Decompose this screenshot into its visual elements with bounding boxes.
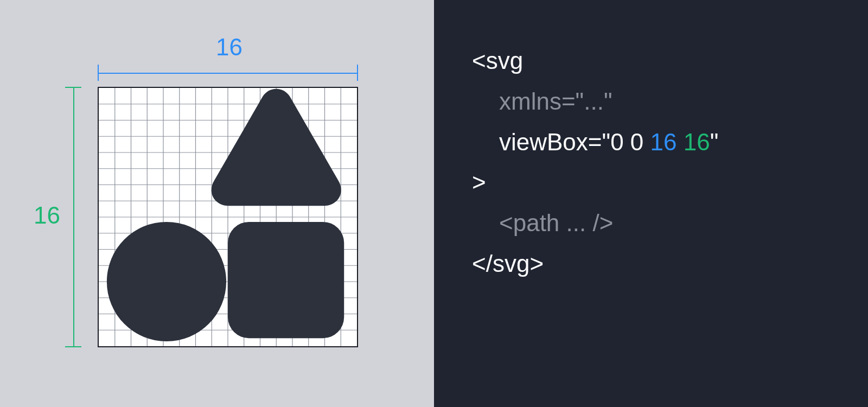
height-dimension-tick-top bbox=[65, 87, 81, 88]
width-dimension-line bbox=[98, 73, 358, 74]
code-line-1: <svg bbox=[472, 41, 718, 81]
width-dimension-label: 16 bbox=[216, 34, 242, 61]
code-line-5: <path ... /> bbox=[472, 203, 718, 244]
viewbox-suffix: " bbox=[710, 129, 719, 155]
svg-code-snippet: <svg xmlns="..." viewBox="0 0 16 16" > <… bbox=[472, 41, 718, 284]
viewbox-height: 16 bbox=[684, 129, 710, 155]
code-panel: <svg xmlns="..." viewBox="0 0 16 16" > <… bbox=[434, 0, 868, 407]
grid-illustration-panel: 16 16 bbox=[0, 0, 434, 407]
svg-artboard bbox=[98, 87, 358, 347]
svg-point-30 bbox=[107, 222, 226, 341]
viewbox-width: 16 bbox=[650, 129, 677, 155]
height-dimension-tick-bottom bbox=[65, 346, 81, 347]
width-dimension-tick-left bbox=[98, 65, 99, 81]
code-line-3: viewBox="0 0 16 16" bbox=[472, 122, 718, 163]
height-dimension-label: 16 bbox=[34, 202, 60, 229]
height-dimension-line bbox=[73, 87, 74, 347]
diagram-container: 16 16 bbox=[0, 0, 868, 407]
code-line-6: </svg> bbox=[472, 244, 718, 284]
viewbox-prefix: viewBox="0 0 bbox=[499, 129, 650, 155]
code-line-4: > bbox=[472, 162, 718, 203]
viewbox-sep bbox=[677, 129, 684, 155]
width-dimension-tick-right bbox=[357, 65, 358, 81]
shapes-icon bbox=[99, 88, 357, 346]
code-line-2: xmlns="..." bbox=[472, 81, 718, 122]
svg-rect-31 bbox=[228, 222, 344, 338]
